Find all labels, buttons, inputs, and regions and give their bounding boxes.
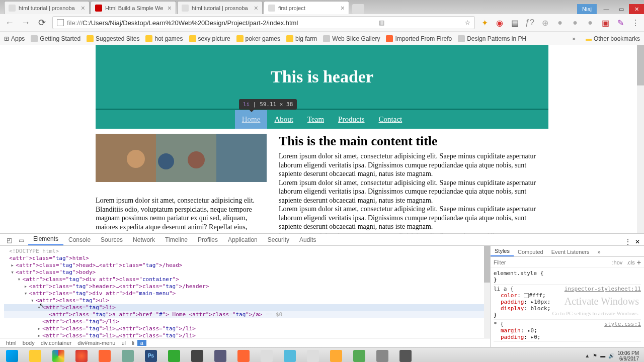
styles-rules[interactable]: Activate Windows Go to PC settings to ac… [491, 268, 644, 347]
user-badge[interactable]: Niaj [577, 4, 597, 14]
browser-tab-active[interactable]: first project× [264, 1, 349, 14]
ext-icon[interactable]: ⊕ [540, 18, 549, 27]
ext-icon[interactable]: ◉ [495, 18, 504, 27]
styles-tab[interactable]: Styles [491, 246, 514, 256]
forward-button[interactable]: → [20, 18, 31, 28]
crumb[interactable]: body [20, 340, 38, 346]
app-icon[interactable] [233, 349, 254, 363]
browser-tab[interactable]: html tutorial | prosnoba× [4, 1, 90, 14]
devtools-tab[interactable]: Console [63, 234, 96, 245]
reader-icon[interactable]: ▥ [379, 19, 384, 26]
devtools-tab[interactable]: Timeline [160, 234, 193, 245]
bookmarks-overflow[interactable]: » [572, 35, 576, 42]
bookmark-item[interactable]: Getting Started [31, 35, 80, 42]
close-icon[interactable]: × [254, 4, 258, 12]
browser-tab[interactable]: html tutorial | prosnoba× [177, 1, 263, 14]
ext-icon[interactable]: ƒ? [525, 18, 534, 27]
inspect-element-button[interactable]: ◰ [4, 235, 14, 245]
ext-icon[interactable]: ● [571, 18, 580, 27]
devtools-tab[interactable]: Profiles [193, 234, 223, 245]
url-field[interactable]: file:///C:/Users/Niaj/Desktop/Learn%20We… [52, 16, 475, 29]
tray-clock[interactable]: 10:06 PM6/9/2017 [617, 350, 642, 361]
firefox-icon[interactable] [71, 349, 92, 363]
nav-about[interactable]: About [267, 110, 300, 129]
tray-network-icon[interactable]: ▬ [600, 353, 605, 358]
crumb[interactable]: li [129, 340, 137, 346]
styles-filter-input[interactable] [494, 259, 610, 265]
menu-icon[interactable]: ⋮ [631, 18, 640, 27]
bookmark-item[interactable]: hot games [145, 35, 183, 42]
photoshop-icon[interactable]: Ps [141, 349, 161, 363]
bookmark-item[interactable]: Suggested Sites [87, 35, 139, 42]
devtools-tab[interactable]: Network [128, 234, 160, 245]
ext-icon[interactable]: ✎ [616, 18, 625, 27]
bookmark-item[interactable]: sexy picture [189, 35, 230, 42]
tray-volume-icon[interactable]: 🔊 [608, 353, 614, 358]
bookmark-item[interactable]: big farm [286, 35, 317, 42]
crumb[interactable]: html [3, 340, 20, 346]
ext-icon[interactable]: ● [555, 18, 565, 27]
app-icon[interactable] [164, 349, 184, 363]
cls-toggle[interactable]: .cls [624, 259, 637, 265]
maximize-button[interactable]: ▭ [614, 4, 629, 14]
tray-flag-icon[interactable]: ⚑ [593, 353, 597, 358]
close-icon[interactable]: × [81, 4, 85, 12]
crumb[interactable]: div.container [38, 340, 75, 346]
app-icon[interactable] [118, 349, 138, 363]
app-icon[interactable] [95, 349, 115, 363]
devtools-tab-elements[interactable]: Elements [28, 233, 63, 245]
app-icon[interactable] [303, 349, 323, 363]
bookmark-item[interactable]: poker games [236, 35, 280, 42]
close-icon[interactable]: × [341, 4, 345, 12]
devtools-tab[interactable]: Audits [294, 234, 321, 245]
app-icon[interactable] [210, 349, 230, 363]
back-button[interactable]: ← [4, 18, 15, 28]
devtools-tab[interactable]: Application [223, 234, 263, 245]
bookmark-item[interactable]: Design Patterns in PH [458, 35, 526, 42]
close-window-button[interactable]: ✕ [629, 4, 644, 14]
crumb[interactable]: ul [118, 340, 129, 346]
system-tray[interactable]: ▲ ⚑ ▬ 🔊 10:06 PM6/9/2017 [585, 350, 642, 361]
device-toggle-button[interactable]: ▭ [16, 235, 26, 245]
nav-contact[interactable]: Contact [372, 110, 410, 129]
crumb[interactable]: div#main-menu [74, 340, 118, 346]
styles-tab[interactable]: Computed [514, 247, 547, 256]
ext-icon[interactable]: ● [586, 18, 595, 27]
app-icon[interactable] [280, 349, 300, 363]
ext-icon[interactable]: ▤ [510, 18, 519, 27]
app-icon[interactable] [349, 349, 369, 363]
nav-home[interactable]: Home [235, 110, 268, 129]
ext-icon[interactable]: ▣ [601, 18, 610, 27]
minimize-button[interactable]: — [599, 4, 614, 14]
styles-tab[interactable]: Event Listeners [547, 247, 594, 256]
app-icon[interactable] [395, 349, 416, 363]
devtools-menu-icon[interactable]: ⋮ [625, 238, 631, 245]
dom-tree[interactable]: <!DOCTYPE html> <attr">class="tag">html>… [0, 246, 490, 338]
reload-button[interactable]: ⟳ [36, 17, 47, 28]
styles-tab-more[interactable]: » [594, 247, 605, 256]
app-icon[interactable] [257, 349, 277, 363]
apps-button[interactable]: ⊞Apps [4, 35, 25, 42]
dom-scrollbar[interactable] [484, 246, 490, 338]
bookmark-item[interactable]: Web Slice Gallery [323, 35, 380, 42]
file-explorer-icon[interactable] [25, 349, 45, 363]
start-button[interactable] [2, 349, 22, 363]
devtools-tab[interactable]: Sources [96, 234, 128, 245]
bookmark-item[interactable]: Imported From Firefo [386, 35, 452, 42]
sublime-icon[interactable] [326, 349, 346, 363]
viewport-scrollbar[interactable] [637, 45, 644, 233]
star-icon[interactable]: ☆ [465, 19, 470, 26]
chrome-icon[interactable] [48, 349, 68, 363]
other-bookmarks[interactable]: ▬Other bookmarks [586, 35, 640, 42]
new-tab-button[interactable] [352, 4, 364, 14]
devtools-tab[interactable]: Security [263, 234, 294, 245]
nav-team[interactable]: Team [300, 110, 331, 129]
app-icon[interactable] [187, 349, 207, 363]
nav-products[interactable]: Products [331, 110, 372, 129]
crumb-selected[interactable]: a [137, 340, 146, 346]
devtools-close-icon[interactable]: ✕ [635, 238, 640, 245]
hov-toggle[interactable]: :hov [610, 259, 625, 265]
close-icon[interactable]: × [168, 4, 172, 12]
ext-icon[interactable]: ✦ [480, 18, 489, 27]
app-icon[interactable] [372, 349, 392, 363]
